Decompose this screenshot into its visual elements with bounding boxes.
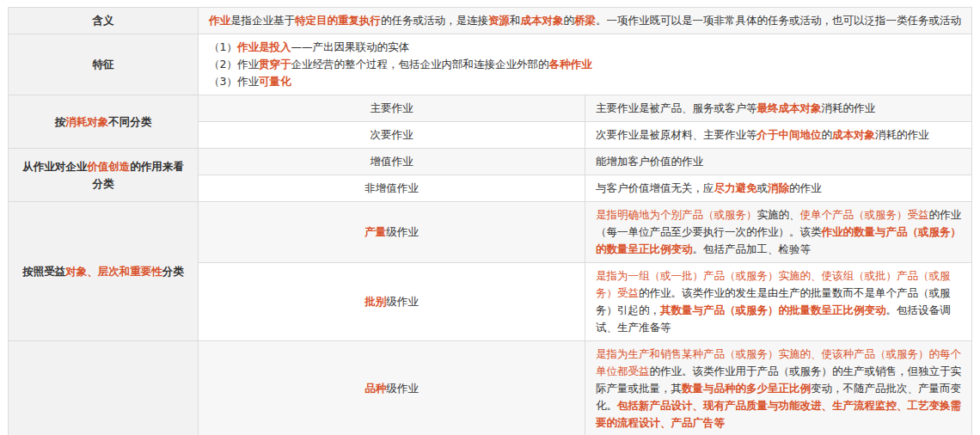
table-row: 特征 （1）作业是投入——产出因果联动的实体（2）作业贯穿于企业经营的整个过程，… xyxy=(9,34,972,95)
table-row: 按消耗对象不同分类 主要作业 主要作业是被产品、服务或客户等最终成本对象消耗的作… xyxy=(9,95,972,122)
subtype-cell: 产量级作业 xyxy=(199,202,585,263)
row-label: 特征 xyxy=(9,34,199,95)
row-label: 按消耗对象不同分类 xyxy=(9,95,199,149)
table-row: 含义 作业是指企业基于特定目的重复执行的任务或活动，是连接资源和成本对象的桥梁。… xyxy=(9,8,972,34)
table-row: 按照受益对象、层次和重要性分类 品种级作业 是指为生产和销售某种产品（或服务）实… xyxy=(9,341,972,435)
description-cell: 是指为生产和销售某种产品（或服务）实施的、使该种产品（或服务）的每个单位都受益的… xyxy=(585,341,972,435)
subtype-cell: 增值作业 xyxy=(199,149,585,175)
row-label: 含义 xyxy=(9,8,199,34)
subtype-cell: 批别级作业 xyxy=(199,263,585,341)
table-row: 从作业对企业价值创造的作用来看分类 增值作业 能增加客户价值的作业 xyxy=(9,149,972,175)
description-cell: 是指明确地为个别产品（或服务）实施的、使单个产品（或服务）受益的作业（每一单位产… xyxy=(585,202,972,263)
row-label: 按照受益对象、层次和重要性分类 xyxy=(9,202,199,341)
table-row: 按照受益对象、层次和重要性分类 产量级作业 是指明确地为个别产品（或服务）实施的… xyxy=(9,202,972,263)
row-label: 按照受益对象、层次和重要性分类 xyxy=(9,341,199,435)
subtype-cell: 主要作业 xyxy=(199,95,585,122)
subtype-cell: 次要作业 xyxy=(199,122,585,149)
subtype-cell: 品种级作业 xyxy=(199,341,585,435)
description-cell: 是指为一组（或一批）产品（或服务）实施的、使该组（或批）产品（或服务）受益的作业… xyxy=(585,263,972,341)
activity-definition-table: 含义 作业是指企业基于特定目的重复执行的任务或活动，是连接资源和成本对象的桥梁。… xyxy=(8,7,972,435)
page: 含义 作业是指企业基于特定目的重复执行的任务或活动，是连接资源和成本对象的桥梁。… xyxy=(0,0,980,435)
row-label: 从作业对企业价值创造的作用来看分类 xyxy=(9,149,199,202)
description-cell: （1）作业是投入——产出因果联动的实体（2）作业贯穿于企业经营的整个过程，包括企… xyxy=(199,34,972,95)
subtype-cell: 非增值作业 xyxy=(199,175,585,202)
description-cell: 与客户价值增值无关，应尽力避免或消除的作业 xyxy=(585,175,972,202)
description-cell: 次要作业是被原材料、主要作业等介于中间地位的成本对象消耗的作业 xyxy=(585,122,972,149)
description-cell: 主要作业是被产品、服务或客户等最终成本对象消耗的作业 xyxy=(585,95,972,122)
description-cell: 能增加客户价值的作业 xyxy=(585,149,972,175)
description-cell: 作业是指企业基于特定目的重复执行的任务或活动，是连接资源和成本对象的桥梁。一项作… xyxy=(199,8,972,34)
